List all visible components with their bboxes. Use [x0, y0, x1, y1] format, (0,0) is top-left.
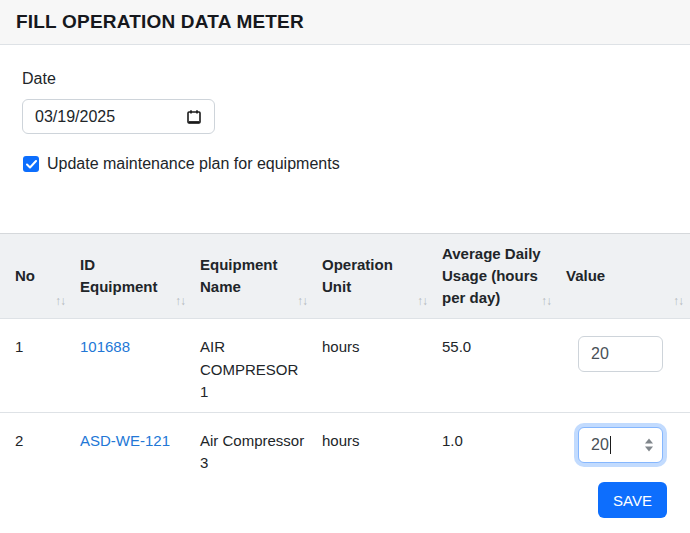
- cell-average-daily-usage: 55.0: [434, 319, 558, 413]
- date-label: Date: [22, 70, 56, 88]
- sort-icon[interactable]: ↑↓: [55, 293, 65, 310]
- cell-average-daily-usage: 1.0: [434, 412, 558, 484]
- table-row: 2 ASD-WE-121 Air Compressor 3 hours 1.0 …: [0, 412, 690, 484]
- equipment-table: No ↑↓ ID Equipment ↑↓ Equipment Name ↑↓ …: [0, 233, 690, 484]
- stepper-up-icon[interactable]: [645, 438, 653, 443]
- number-stepper[interactable]: [645, 438, 653, 451]
- cell-equipment-name: AIR COMPRESOR 1: [192, 319, 314, 413]
- cell-id-equipment: ASD-WE-121: [72, 412, 192, 484]
- stepper-down-icon[interactable]: [645, 446, 653, 451]
- cell-no: 2: [0, 412, 72, 484]
- value-input-focused[interactable]: 20: [578, 427, 663, 463]
- sort-icon[interactable]: ↑↓: [541, 293, 551, 310]
- column-header-average-daily-usage[interactable]: Average Daily Usage (hours per day) ↑↓: [434, 234, 558, 319]
- sort-icon[interactable]: ↑↓: [417, 293, 427, 310]
- cell-operation-unit: hours: [314, 319, 434, 413]
- table-row: 1 101688 AIR COMPRESOR 1 hours 55.0: [0, 319, 690, 413]
- page-title: FILL OPERATION DATA METER: [16, 11, 304, 33]
- equipment-id-link[interactable]: ASD-WE-121: [80, 432, 170, 449]
- cell-no: 1: [0, 319, 72, 413]
- table-header-row: No ↑↓ ID Equipment ↑↓ Equipment Name ↑↓ …: [0, 234, 690, 319]
- text-caret: [610, 436, 611, 454]
- modal-header: FILL OPERATION DATA METER: [0, 0, 690, 45]
- sort-icon[interactable]: ↑↓: [175, 293, 185, 310]
- cell-value: [558, 319, 690, 413]
- value-text: 20: [591, 433, 609, 457]
- cell-value: 20: [558, 412, 690, 484]
- column-header-operation-unit[interactable]: Operation Unit ↑↓: [314, 234, 434, 319]
- cell-id-equipment: 101688: [72, 319, 192, 413]
- sort-icon[interactable]: ↑↓: [673, 293, 683, 310]
- column-header-id-equipment[interactable]: ID Equipment ↑↓: [72, 234, 192, 319]
- cell-equipment-name: Air Compressor 3: [192, 412, 314, 484]
- date-value: 03/19/2025: [35, 108, 115, 126]
- save-button[interactable]: SAVE: [598, 482, 667, 518]
- column-header-no[interactable]: No ↑↓: [0, 234, 72, 319]
- update-plan-checkbox[interactable]: [23, 156, 39, 172]
- equipment-id-link[interactable]: 101688: [80, 338, 130, 355]
- column-header-value[interactable]: Value ↑↓: [558, 234, 690, 319]
- update-plan-checkbox-row: Update maintenance plan for equipments: [23, 155, 340, 173]
- calendar-icon[interactable]: [186, 109, 202, 125]
- cell-operation-unit: hours: [314, 412, 434, 484]
- sort-icon[interactable]: ↑↓: [297, 293, 307, 310]
- date-input[interactable]: 03/19/2025: [22, 99, 215, 134]
- column-header-equipment-name[interactable]: Equipment Name ↑↓: [192, 234, 314, 319]
- value-input[interactable]: [578, 336, 663, 372]
- update-plan-checkbox-label: Update maintenance plan for equipments: [47, 155, 340, 173]
